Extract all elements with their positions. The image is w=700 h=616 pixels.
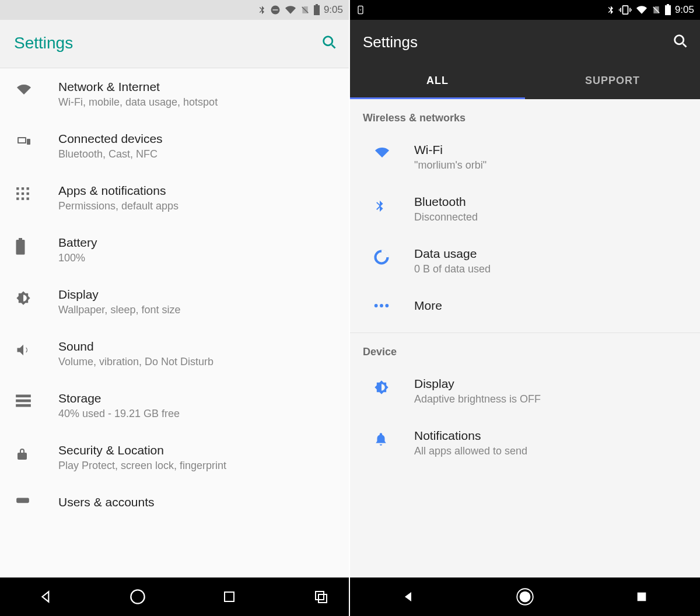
row-sub: "morlium's orbi" (414, 159, 688, 172)
svg-rect-15 (16, 198, 19, 200)
settings-list-left: Network & Internet Wi-Fi, mobile, data u… (0, 68, 349, 578)
settings-list-right: Wireless & networks Wi-Fi "morlium's orb… (350, 99, 700, 578)
row-bluetooth[interactable]: Bluetooth Disconnected (350, 183, 700, 235)
svg-line-5 (332, 45, 335, 48)
section-device: Device (350, 333, 700, 365)
row-title: Notifications (414, 429, 688, 443)
row-more[interactable]: More (350, 287, 700, 327)
tabs: ALL SUPPORT (350, 64, 700, 99)
row-sub: Wallpaper, sleep, font size (58, 304, 337, 316)
row-title: Data usage (414, 247, 688, 261)
status-time: 9:05 (324, 4, 343, 16)
row-sub: Adaptive brightness is OFF (414, 393, 688, 405)
svg-rect-32 (667, 4, 669, 5)
row-title: Battery (58, 236, 337, 250)
svg-rect-27 (316, 592, 324, 600)
wifi-icon (373, 145, 391, 162)
row-sub: All apps allowed to send (414, 445, 688, 457)
row-users[interactable]: Users & accounts (0, 484, 349, 523)
nav-home[interactable] (128, 587, 148, 607)
svg-rect-12 (16, 192, 19, 195)
svg-line-34 (683, 44, 687, 47)
svg-point-38 (385, 304, 388, 307)
svg-rect-30 (622, 6, 628, 14)
wifi-icon (15, 82, 33, 99)
app-bar-left: Settings (0, 20, 349, 68)
svg-rect-31 (665, 5, 671, 15)
svg-rect-8 (19, 138, 25, 142)
nav-back[interactable] (398, 587, 418, 607)
svg-rect-1 (272, 9, 278, 10)
tab-all[interactable]: ALL (350, 64, 525, 99)
svg-rect-10 (22, 187, 24, 190)
battery-icon (15, 238, 26, 258)
search-icon[interactable] (321, 34, 337, 52)
row-display[interactable]: Display Adaptive brightness is OFF (350, 365, 700, 417)
row-title: Connected devices (58, 132, 337, 146)
battery-icon (313, 4, 320, 16)
row-battery[interactable]: Battery 100% (0, 224, 349, 276)
row-wifi[interactable]: Wi-Fi "morlium's orbi" (350, 131, 700, 183)
row-sub: Bluetooth, Cast, NFC (58, 148, 337, 160)
svg-rect-23 (18, 453, 27, 460)
more-icon (373, 301, 390, 312)
svg-point-4 (324, 37, 332, 46)
svg-rect-13 (22, 192, 24, 195)
row-title: Storage (58, 391, 337, 405)
row-sub: Wi-Fi, mobile, data usage, hotspot (58, 96, 337, 108)
app-bar-right: Settings ALL SUPPORT (350, 20, 700, 99)
nav-bar-right (350, 578, 700, 616)
svg-point-33 (675, 36, 684, 44)
tab-support[interactable]: SUPPORT (525, 64, 700, 99)
row-title: Security & Location (58, 443, 337, 457)
row-title: More (414, 299, 688, 313)
nav-overview[interactable] (311, 587, 331, 607)
row-storage[interactable]: Storage 40% used - 19.21 GB free (0, 380, 349, 432)
row-title: Display (58, 288, 337, 302)
row-sub: Permissions, default apps (58, 200, 337, 212)
brightness-icon (373, 379, 390, 398)
row-sub: Play Protect, screen lock, fingerprint (58, 460, 337, 472)
svg-rect-41 (638, 593, 646, 601)
row-network[interactable]: Network & Internet Wi-Fi, mobile, data u… (0, 68, 349, 120)
data-usage-icon (373, 249, 390, 268)
battery-icon (664, 4, 671, 16)
status-time: 9:05 (675, 4, 694, 16)
row-apps[interactable]: Apps & notifications Permissions, defaul… (0, 172, 349, 224)
svg-rect-7 (27, 139, 30, 145)
no-sim-icon (652, 4, 661, 16)
row-title: Apps & notifications (58, 184, 337, 198)
vibrate-icon (619, 5, 632, 15)
row-connected-devices[interactable]: Connected devices Bluetooth, Cast, NFC (0, 120, 349, 172)
svg-rect-20 (16, 395, 31, 398)
row-notifications[interactable]: Notifications All apps allowed to send (350, 417, 700, 469)
svg-point-40 (520, 592, 531, 603)
row-sound[interactable]: Sound Volume, vibration, Do Not Disturb (0, 328, 349, 380)
volume-icon (15, 342, 32, 360)
row-security[interactable]: Security & Location Play Protect, screen… (0, 432, 349, 484)
status-bar-left: 9:05 (0, 0, 349, 20)
row-sub: 0 B of data used (414, 263, 688, 275)
svg-rect-17 (27, 198, 29, 200)
nav-home[interactable] (515, 587, 535, 607)
row-data-usage[interactable]: Data usage 0 B of data used (350, 235, 700, 287)
row-display[interactable]: Display Wallpaper, sleep, font size (0, 276, 349, 328)
section-wireless: Wireless & networks (350, 99, 700, 131)
nav-bar-left (0, 578, 349, 616)
svg-point-37 (380, 304, 383, 307)
apps-icon (15, 186, 30, 204)
user-icon (15, 498, 30, 508)
row-sub: Volume, vibration, Do Not Disturb (58, 356, 337, 368)
page-title: Settings (14, 34, 73, 52)
nav-recent[interactable] (632, 587, 652, 607)
bluetooth-icon (257, 4, 267, 16)
search-icon[interactable] (672, 33, 688, 51)
nav-recent[interactable] (219, 587, 239, 607)
nav-back[interactable] (36, 587, 56, 607)
svg-point-36 (374, 304, 378, 307)
svg-rect-19 (19, 238, 22, 240)
svg-point-25 (131, 590, 144, 603)
storage-icon (15, 394, 32, 410)
page-title: Settings (363, 33, 418, 51)
wifi-icon (635, 5, 648, 15)
